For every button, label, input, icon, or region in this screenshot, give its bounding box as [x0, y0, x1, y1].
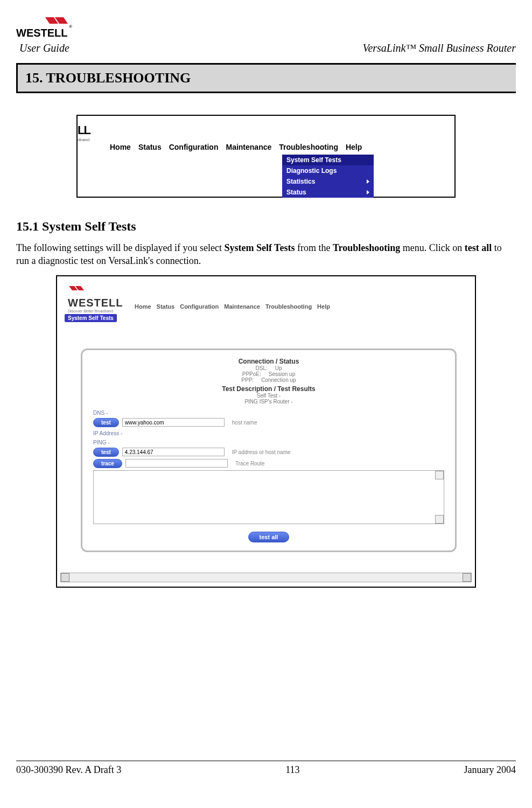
trace-hint: Trace Route	[235, 461, 265, 466]
nav-configuration[interactable]: Configuration	[180, 303, 219, 310]
dropdown-statistics[interactable]: Statistics	[282, 176, 374, 187]
nav-configuration[interactable]: Configuration	[169, 143, 219, 151]
ping-label: PING -	[93, 440, 444, 445]
westell-logo-small: WESTELL Discover Better Broadband	[68, 285, 123, 313]
footer-date: January 2004	[464, 764, 516, 776]
scroll-up-icon[interactable]	[435, 471, 444, 479]
nav-troubleshooting[interactable]: Troubleshooting	[265, 303, 312, 310]
nav-maintenance[interactable]: Maintenance	[226, 143, 271, 151]
section-banner: 15. TROUBLESHOOTING	[16, 63, 516, 93]
results-textarea[interactable]	[93, 470, 444, 524]
footer-page-number: 113	[285, 764, 299, 776]
nav-bar: Home Status Configuration Maintenance Tr…	[135, 303, 330, 310]
ip-hint: IP address or host name	[232, 449, 291, 455]
ip-address-input[interactable]	[122, 448, 225, 456]
subsection-heading: 15.1 System Self Tests	[16, 219, 516, 234]
nav-maintenance[interactable]: Maintenance	[224, 303, 260, 310]
test-all-button[interactable]: test all	[248, 532, 290, 542]
logo-fragment: LL dband	[78, 123, 99, 142]
breadcrumb[interactable]: System Self Tests	[65, 314, 117, 322]
nav-troubleshooting[interactable]: Troubleshooting	[279, 143, 338, 151]
dropdown-system-self-tests[interactable]: System Self Tests	[282, 155, 374, 165]
svg-text:WESTELL: WESTELL	[16, 27, 68, 39]
nav-home[interactable]: Home	[135, 303, 151, 310]
svg-text:®: ®	[69, 24, 72, 29]
trace-button[interactable]: trace	[93, 459, 122, 468]
nav-help[interactable]: Help	[317, 303, 330, 310]
self-test-panel: Connection / Status DSL:Up PPPoE:Session…	[81, 349, 457, 552]
scroll-down-icon[interactable]	[435, 515, 444, 524]
connection-status-heading: Connection / Status	[93, 358, 444, 365]
host-name-hint: host name	[232, 420, 257, 426]
dropdown-status[interactable]: Status	[282, 187, 374, 198]
screenshot-self-tests: WESTELL Discover Better Broadband Home S…	[56, 275, 476, 588]
footer-doc-rev: 030-300390 Rev. A Draft 3	[16, 764, 121, 776]
chevron-right-icon	[367, 190, 369, 194]
page-header: WESTELL ® User Guide VersaLink™ Small Bu…	[16, 16, 516, 54]
dns-label: DNS -	[93, 410, 444, 416]
scroll-right-icon[interactable]	[463, 573, 471, 582]
host-name-input[interactable]	[122, 418, 225, 427]
scroll-left-icon[interactable]	[61, 573, 69, 582]
test-results-heading: Test Description / Test Results	[93, 385, 444, 393]
nav-help[interactable]: Help	[346, 143, 362, 151]
product-name: VersaLink™ Small Business Router	[362, 42, 516, 54]
test-dns-button[interactable]: test	[93, 418, 119, 427]
body-paragraph: The following settings will be displayed…	[16, 241, 516, 268]
test-ping-button[interactable]: test	[93, 448, 119, 457]
page-footer: 030-300390 Rev. A Draft 3 113 January 20…	[16, 761, 516, 776]
nav-status[interactable]: Status	[138, 143, 162, 151]
troubleshooting-dropdown: System Self Tests Diagnostic Logs Statis…	[282, 155, 374, 198]
westell-logo: WESTELL ®	[16, 16, 86, 41]
header-left: WESTELL ® User Guide	[16, 16, 86, 54]
horizontal-scrollbar[interactable]	[60, 573, 472, 582]
chevron-right-icon	[367, 179, 369, 184]
trace-route-input[interactable]	[125, 459, 228, 468]
screenshot-nav-dropdown: LL dband Home Status Configuration Maint…	[76, 115, 456, 198]
dropdown-diagnostic-logs[interactable]: Diagnostic Logs	[282, 165, 374, 176]
nav-bar: Home Status Configuration Maintenance Tr…	[110, 143, 449, 151]
ip-address-label: IP Address -	[93, 430, 444, 436]
user-guide-label: User Guide	[16, 42, 86, 54]
nav-home[interactable]: Home	[110, 143, 131, 151]
nav-status[interactable]: Status	[157, 303, 175, 310]
